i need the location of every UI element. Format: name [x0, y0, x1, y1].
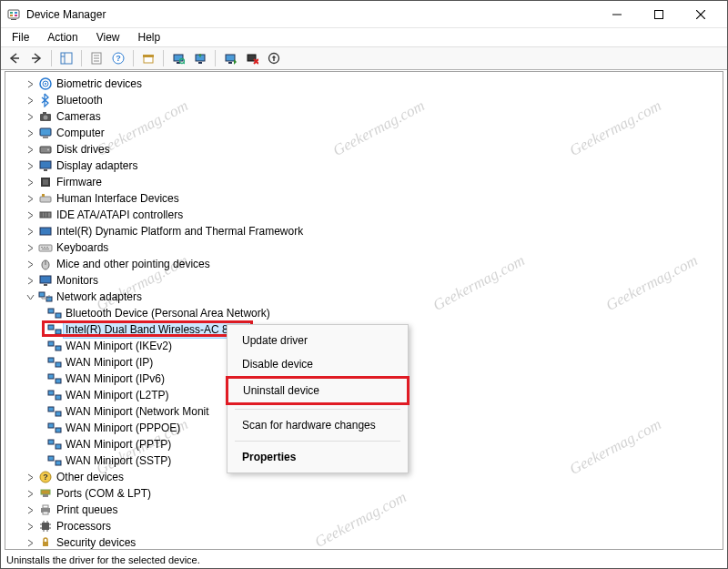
help-button[interactable]: ? [108, 48, 128, 68]
hid-icon [38, 191, 53, 206]
tree-label: Bluetooth [56, 92, 103, 108]
properties-button[interactable] [86, 48, 106, 68]
maximize-button[interactable] [638, 1, 680, 28]
app-icon [6, 7, 21, 22]
tree-label: WAN Miniport (IPv6) [66, 371, 165, 387]
ctx-disable-device[interactable]: Disable device [228, 352, 408, 376]
tree-label: Computer [56, 125, 105, 141]
ctx-separator [235, 441, 400, 442]
chevron-right-icon[interactable] [24, 487, 36, 500]
svg-rect-23 [174, 55, 183, 61]
uninstall-device-button[interactable] [242, 48, 262, 68]
svg-rect-73 [56, 346, 61, 351]
nav-forward-button[interactable] [26, 48, 46, 68]
tree-label: WAN Miniport (SSTP) [66, 452, 171, 469]
tree-category[interactable]: Display adapters [7, 157, 721, 174]
tree-category[interactable]: Cameras [7, 108, 721, 125]
svg-rect-82 [48, 423, 54, 428]
svg-rect-12 [61, 53, 72, 64]
tree-device[interactable]: Bluetooth Device (Personal Area Network) [7, 305, 721, 321]
chevron-right-icon[interactable] [24, 274, 36, 287]
svg-rect-5 [15, 15, 17, 16]
toolbar-separator [215, 50, 216, 66]
network-adapter-icon [47, 421, 62, 435]
ctx-scan-hardware[interactable]: Scan for hardware changes [228, 413, 408, 437]
menu-view[interactable]: View [89, 29, 127, 46]
nav-back-button[interactable] [5, 48, 25, 68]
chevron-right-icon[interactable] [24, 241, 36, 254]
svg-rect-41 [40, 147, 51, 153]
chevron-right-icon[interactable] [24, 225, 36, 238]
chevron-right-icon[interactable] [24, 258, 36, 270]
svg-rect-77 [56, 379, 61, 383]
update-driver-button[interactable] [190, 48, 210, 68]
minimize-button[interactable] [596, 1, 638, 28]
chevron-right-icon[interactable] [24, 208, 36, 221]
svg-line-26 [184, 63, 186, 65]
tree-category[interactable]: Human Interface Devices [7, 190, 721, 207]
tree-category[interactable]: Intel(R) Dynamic Platform and Thermal Fr… [7, 223, 721, 239]
add-legacy-button[interactable] [264, 48, 284, 68]
action-button-1[interactable] [138, 48, 158, 68]
tree-category[interactable]: Mice and other pointing devices [7, 256, 721, 272]
chevron-right-icon[interactable] [24, 176, 36, 188]
chevron-right-icon[interactable] [24, 143, 36, 156]
tree-category[interactable]: Disk drives [7, 141, 721, 157]
tree-category[interactable]: Print queues [7, 502, 721, 518]
tree-category[interactable]: Security devices [7, 534, 721, 550]
tree-category[interactable]: Bluetooth [7, 92, 721, 108]
chevron-right-icon[interactable] [24, 159, 36, 172]
tree-category[interactable]: Monitors [7, 272, 721, 289]
svg-rect-71 [56, 330, 61, 334]
tree-category[interactable]: Keyboards [7, 239, 721, 256]
ports-icon [38, 486, 53, 501]
ctx-update-driver[interactable]: Update driver [228, 329, 408, 352]
tree-label: WAN Miniport (Network Monit [66, 403, 209, 420]
svg-text:?: ? [116, 54, 121, 63]
camera-icon [38, 109, 53, 124]
tree-category[interactable]: Computer [7, 125, 721, 141]
menu-help[interactable]: Help [131, 29, 168, 46]
chevron-right-icon[interactable] [24, 127, 36, 139]
tree-label: Cameras [56, 108, 101, 125]
svg-rect-7 [655, 10, 663, 18]
chevron-right-icon[interactable] [24, 471, 36, 483]
tree-category[interactable]: IDE ATA/ATAPI controllers [7, 207, 721, 223]
ctx-properties[interactable]: Properties [228, 445, 408, 469]
device-tree[interactable]: Biometric devices Bluetooth Cameras Comp… [7, 76, 721, 550]
chevron-right-icon[interactable] [24, 520, 36, 533]
chevron-right-icon[interactable] [24, 77, 36, 90]
ctx-separator [235, 409, 400, 410]
svg-rect-29 [226, 55, 235, 61]
chevron-right-icon[interactable] [24, 503, 36, 516]
svg-rect-72 [48, 341, 54, 346]
ctx-uninstall-device[interactable]: Uninstall device [226, 376, 410, 405]
chevron-right-icon[interactable] [24, 110, 36, 123]
svg-rect-69 [56, 313, 61, 318]
computer-icon [38, 126, 53, 140]
svg-rect-95 [42, 523, 49, 530]
menu-file[interactable]: File [5, 29, 36, 46]
svg-rect-75 [56, 362, 61, 367]
svg-rect-38 [43, 112, 46, 114]
tree-category[interactable]: Ports (COM & LPT) [7, 485, 721, 502]
show-hide-tree-button[interactable] [56, 48, 76, 68]
svg-rect-43 [40, 161, 51, 168]
chevron-right-icon[interactable] [24, 94, 36, 107]
biometric-icon [38, 76, 53, 91]
disable-device-button[interactable] [220, 48, 240, 68]
chevron-right-icon[interactable] [24, 192, 36, 205]
tree-category-network[interactable]: Network adapters [7, 289, 721, 305]
tree-category[interactable]: Biometric devices [7, 76, 721, 92]
tree-category[interactable]: Firmware [7, 174, 721, 190]
close-button[interactable] [680, 1, 722, 28]
tree-category[interactable]: Processors [7, 518, 721, 534]
scan-hardware-button[interactable] [168, 48, 188, 68]
menu-action[interactable]: Action [40, 29, 85, 46]
chevron-right-icon[interactable] [24, 536, 36, 549]
bluetooth-icon [38, 93, 53, 107]
chevron-down-icon[interactable] [24, 290, 36, 303]
window-controls [596, 6, 722, 23]
svg-rect-58 [42, 249, 49, 249]
svg-rect-93 [43, 505, 48, 508]
